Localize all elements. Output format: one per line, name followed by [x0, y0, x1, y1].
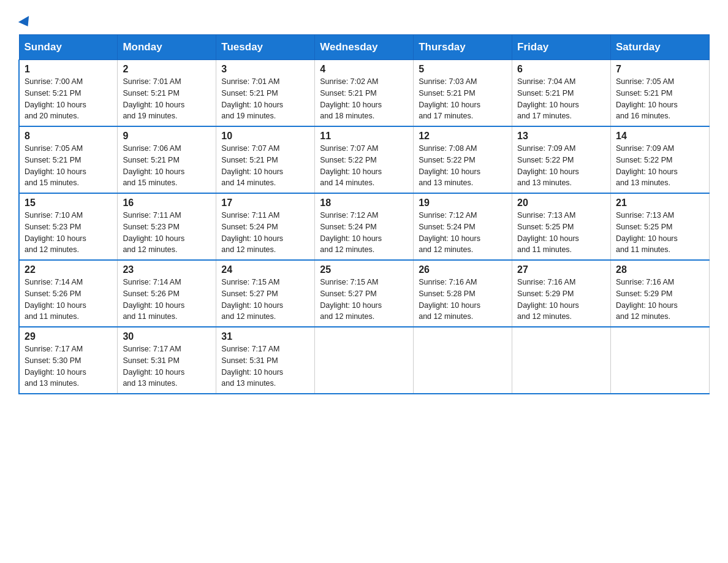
calendar-day-cell: 9 Sunrise: 7:06 AMSunset: 5:21 PMDayligh…: [118, 126, 216, 193]
day-number: 20: [517, 197, 605, 209]
day-number: 13: [517, 131, 605, 142]
day-number: 30: [123, 331, 211, 342]
day-info: Sunrise: 7:16 AMSunset: 5:29 PMDaylight:…: [517, 278, 579, 321]
day-info: Sunrise: 7:14 AMSunset: 5:26 PMDaylight:…: [123, 278, 184, 321]
day-number: 3: [221, 64, 309, 75]
day-info: Sunrise: 7:06 AMSunset: 5:21 PMDaylight:…: [123, 144, 184, 187]
day-number: 24: [221, 264, 309, 275]
calendar-day-cell: 25 Sunrise: 7:15 AMSunset: 5:27 PMDaylig…: [315, 260, 414, 327]
calendar-day-cell: [512, 327, 611, 394]
calendar-day-cell: 6 Sunrise: 7:04 AMSunset: 5:21 PMDayligh…: [512, 60, 611, 127]
weekday-header-tuesday: Tuesday: [216, 35, 315, 60]
calendar-day-cell: 27 Sunrise: 7:16 AMSunset: 5:29 PMDaylig…: [512, 260, 611, 327]
calendar-day-cell: 15 Sunrise: 7:10 AMSunset: 5:23 PMDaylig…: [19, 193, 118, 260]
day-number: 1: [25, 64, 112, 75]
calendar-day-cell: 22 Sunrise: 7:14 AMSunset: 5:26 PMDaylig…: [19, 260, 118, 327]
calendar-day-cell: 21 Sunrise: 7:13 AMSunset: 5:25 PMDaylig…: [611, 193, 710, 260]
day-number: 15: [25, 197, 112, 209]
calendar-day-cell: 16 Sunrise: 7:11 AMSunset: 5:23 PMDaylig…: [118, 193, 216, 260]
calendar-week-row: 22 Sunrise: 7:14 AMSunset: 5:26 PMDaylig…: [19, 260, 710, 327]
day-number: 19: [419, 197, 507, 209]
day-number: 26: [419, 264, 507, 275]
calendar-day-cell: 31 Sunrise: 7:17 AMSunset: 5:31 PMDaylig…: [216, 327, 315, 394]
day-info: Sunrise: 7:09 AMSunset: 5:22 PMDaylight:…: [517, 144, 579, 187]
calendar-day-cell: 14 Sunrise: 7:09 AMSunset: 5:22 PMDaylig…: [611, 126, 710, 193]
day-number: 5: [419, 64, 507, 75]
weekday-header-monday: Monday: [118, 35, 216, 60]
day-info: Sunrise: 7:01 AMSunset: 5:21 PMDaylight:…: [123, 77, 184, 120]
day-info: Sunrise: 7:10 AMSunset: 5:23 PMDaylight:…: [25, 211, 86, 254]
logo: [18, 18, 32, 28]
day-number: 11: [320, 131, 408, 142]
day-number: 29: [25, 331, 112, 342]
day-number: 31: [221, 331, 309, 342]
calendar-week-row: 8 Sunrise: 7:05 AMSunset: 5:21 PMDayligh…: [19, 126, 710, 193]
calendar-table: SundayMondayTuesdayWednesdayThursdayFrid…: [18, 34, 710, 394]
day-info: Sunrise: 7:13 AMSunset: 5:25 PMDaylight:…: [616, 211, 678, 254]
day-info: Sunrise: 7:00 AMSunset: 5:21 PMDaylight:…: [25, 77, 86, 120]
day-info: Sunrise: 7:15 AMSunset: 5:27 PMDaylight:…: [221, 278, 283, 321]
calendar-day-cell: 10 Sunrise: 7:07 AMSunset: 5:21 PMDaylig…: [216, 126, 315, 193]
calendar-day-cell: 30 Sunrise: 7:17 AMSunset: 5:31 PMDaylig…: [118, 327, 216, 394]
calendar-day-cell: 4 Sunrise: 7:02 AMSunset: 5:21 PMDayligh…: [315, 60, 414, 127]
day-number: 16: [123, 197, 211, 209]
day-number: 25: [320, 264, 408, 275]
weekday-header-wednesday: Wednesday: [315, 35, 414, 60]
calendar-day-cell: 26 Sunrise: 7:16 AMSunset: 5:28 PMDaylig…: [414, 260, 512, 327]
day-number: 6: [517, 64, 605, 75]
calendar-week-row: 29 Sunrise: 7:17 AMSunset: 5:30 PMDaylig…: [19, 327, 710, 394]
day-number: 2: [123, 64, 211, 75]
day-info: Sunrise: 7:12 AMSunset: 5:24 PMDaylight:…: [320, 211, 382, 254]
logo-triangle-icon: [18, 16, 33, 29]
day-info: Sunrise: 7:17 AMSunset: 5:30 PMDaylight:…: [25, 345, 86, 388]
day-info: Sunrise: 7:07 AMSunset: 5:22 PMDaylight:…: [320, 144, 382, 187]
day-number: 17: [221, 197, 309, 209]
day-info: Sunrise: 7:17 AMSunset: 5:31 PMDaylight:…: [123, 345, 184, 388]
weekday-header-friday: Friday: [512, 35, 611, 60]
day-info: Sunrise: 7:03 AMSunset: 5:21 PMDaylight:…: [419, 77, 480, 120]
day-number: 18: [320, 197, 408, 209]
calendar-day-cell: [414, 327, 512, 394]
calendar-day-cell: 23 Sunrise: 7:14 AMSunset: 5:26 PMDaylig…: [118, 260, 216, 327]
calendar-week-row: 1 Sunrise: 7:00 AMSunset: 5:21 PMDayligh…: [19, 60, 710, 127]
weekday-header-thursday: Thursday: [414, 35, 512, 60]
calendar-day-cell: 19 Sunrise: 7:12 AMSunset: 5:24 PMDaylig…: [414, 193, 512, 260]
day-info: Sunrise: 7:14 AMSunset: 5:26 PMDaylight:…: [25, 278, 86, 321]
calendar-day-cell: 28 Sunrise: 7:16 AMSunset: 5:29 PMDaylig…: [611, 260, 710, 327]
weekday-header-sunday: Sunday: [19, 35, 118, 60]
day-info: Sunrise: 7:12 AMSunset: 5:24 PMDaylight:…: [419, 211, 480, 254]
day-number: 23: [123, 264, 211, 275]
weekday-header-saturday: Saturday: [611, 35, 710, 60]
day-info: Sunrise: 7:16 AMSunset: 5:28 PMDaylight:…: [419, 278, 480, 321]
day-info: Sunrise: 7:07 AMSunset: 5:21 PMDaylight:…: [221, 144, 283, 187]
day-number: 9: [123, 131, 211, 142]
calendar-day-cell: 13 Sunrise: 7:09 AMSunset: 5:22 PMDaylig…: [512, 126, 611, 193]
day-number: 28: [616, 264, 704, 275]
weekday-header-row: SundayMondayTuesdayWednesdayThursdayFrid…: [19, 35, 710, 60]
calendar-day-cell: [611, 327, 710, 394]
day-info: Sunrise: 7:13 AMSunset: 5:25 PMDaylight:…: [517, 211, 579, 254]
day-number: 4: [320, 64, 408, 75]
day-number: 8: [25, 131, 112, 142]
day-number: 14: [616, 131, 704, 142]
calendar-day-cell: 2 Sunrise: 7:01 AMSunset: 5:21 PMDayligh…: [118, 60, 216, 127]
calendar-day-cell: 18 Sunrise: 7:12 AMSunset: 5:24 PMDaylig…: [315, 193, 414, 260]
calendar-day-cell: 1 Sunrise: 7:00 AMSunset: 5:21 PMDayligh…: [19, 60, 118, 127]
day-info: Sunrise: 7:05 AMSunset: 5:21 PMDaylight:…: [616, 77, 678, 120]
day-info: Sunrise: 7:08 AMSunset: 5:22 PMDaylight:…: [419, 144, 480, 187]
day-info: Sunrise: 7:15 AMSunset: 5:27 PMDaylight:…: [320, 278, 382, 321]
calendar-day-cell: 20 Sunrise: 7:13 AMSunset: 5:25 PMDaylig…: [512, 193, 611, 260]
day-info: Sunrise: 7:02 AMSunset: 5:21 PMDaylight:…: [320, 77, 382, 120]
day-number: 12: [419, 131, 507, 142]
day-number: 27: [517, 264, 605, 275]
day-number: 10: [221, 131, 309, 142]
calendar-day-cell: 24 Sunrise: 7:15 AMSunset: 5:27 PMDaylig…: [216, 260, 315, 327]
calendar-day-cell: 12 Sunrise: 7:08 AMSunset: 5:22 PMDaylig…: [414, 126, 512, 193]
day-number: 7: [616, 64, 704, 75]
day-info: Sunrise: 7:01 AMSunset: 5:21 PMDaylight:…: [221, 77, 283, 120]
day-number: 21: [616, 197, 704, 209]
page-header: [18, 12, 710, 28]
calendar-day-cell: 8 Sunrise: 7:05 AMSunset: 5:21 PMDayligh…: [19, 126, 118, 193]
day-info: Sunrise: 7:16 AMSunset: 5:29 PMDaylight:…: [616, 278, 678, 321]
calendar-day-cell: [315, 327, 414, 394]
